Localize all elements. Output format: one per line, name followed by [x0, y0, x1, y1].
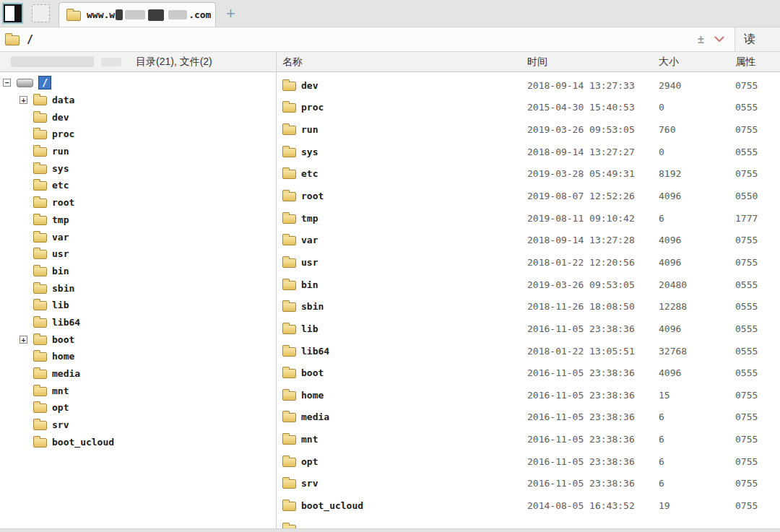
- folder-icon: [282, 302, 296, 312]
- file-row[interactable]: var 2018-09-14 13:27:28 4096 0755: [277, 229, 780, 251]
- file-row[interactable]: media 2016-11-05 23:38:36 6 0755: [277, 406, 780, 429]
- horizontal-scrollbar[interactable]: [0, 528, 780, 532]
- file-row[interactable]: lib64 2018-01-22 13:05:51 32768 0555: [277, 340, 780, 362]
- folder-icon: [282, 214, 296, 224]
- file-attr: 0755: [735, 390, 780, 401]
- folder-icon: [282, 103, 296, 113]
- column-header-time[interactable]: 时间: [527, 56, 659, 69]
- file-attr: 0555: [735, 301, 780, 312]
- file-name: dev: [301, 80, 318, 91]
- tree-item[interactable]: lib: [0, 297, 276, 314]
- file-row[interactable]: sys 2018-09-14 13:27:27 0 0555: [277, 141, 780, 163]
- tree-item[interactable]: run: [0, 143, 276, 160]
- file-name: tmp: [301, 213, 318, 224]
- current-path[interactable]: /: [27, 33, 33, 46]
- folder-icon: [33, 147, 47, 157]
- folder-icon: [33, 96, 47, 105]
- tree-item[interactable]: boot_ucloud: [0, 433, 276, 450]
- censored-text: [116, 9, 123, 20]
- chevron-down-icon[interactable]: [714, 36, 724, 43]
- file-name-cell: tmp: [277, 213, 527, 224]
- drive-icon: [17, 79, 33, 87]
- file-row[interactable]: home 2016-11-05 23:38:36 15 0755: [277, 384, 780, 406]
- tree-item[interactable]: + data: [0, 92, 276, 109]
- file-row[interactable]: bin 2019-03-26 09:53:05 20480 0555: [277, 274, 780, 296]
- tree-item[interactable]: srv: [0, 417, 276, 434]
- new-tab-button[interactable]: +: [226, 6, 235, 22]
- file-name-cell: [277, 523, 527, 528]
- tree-root-item[interactable]: − /: [0, 74, 276, 92]
- file-row[interactable]: boot_ucloud 2014-08-05 16:43:52 19 0755: [277, 494, 780, 517]
- folder-icon: [33, 113, 47, 123]
- expand-icon[interactable]: +: [20, 336, 27, 344]
- tree-item[interactable]: sys: [0, 160, 276, 177]
- file-row[interactable]: usr 2018-01-22 12:20:56 4096 0755: [277, 251, 780, 274]
- favorites-button[interactable]: ±: [698, 33, 704, 46]
- file-name-cell: media: [277, 411, 527, 422]
- tree-item[interactable]: usr: [0, 245, 276, 263]
- tree-item[interactable]: dev: [0, 108, 276, 126]
- tree-items: + data dev proc run sys etc root tmp: [0, 92, 276, 450]
- tree-item[interactable]: tmp: [0, 212, 276, 229]
- new-session-icon[interactable]: [32, 4, 50, 22]
- file-time: 2016-11-05 23:38:36: [527, 323, 659, 334]
- column-header-size[interactable]: 大小: [659, 56, 735, 69]
- tree-item-label: var: [52, 232, 69, 243]
- file-row[interactable]: proc 2015-04-30 15:40:53 0 0555: [277, 97, 780, 119]
- file-attr: 0755: [735, 257, 780, 268]
- tree-item[interactable]: root: [0, 194, 276, 212]
- tree-item[interactable]: + boot: [0, 331, 276, 348]
- file-row[interactable]: sbin 2018-11-26 18:08:50 12288 0555: [277, 295, 780, 318]
- tree-item-label: etc: [52, 180, 69, 191]
- tree-item-label: opt: [52, 402, 69, 413]
- tree-item[interactable]: mnt: [0, 382, 276, 399]
- tree-item[interactable]: var: [0, 228, 276, 245]
- folder-icon: [33, 233, 47, 243]
- file-size: 32768: [659, 346, 735, 357]
- file-name: media: [301, 411, 329, 422]
- folder-icon: [33, 216, 47, 225]
- tree-item[interactable]: lib64: [0, 314, 276, 331]
- collapse-icon[interactable]: −: [3, 79, 11, 87]
- column-header-name[interactable]: 名称: [277, 56, 527, 69]
- tree-item[interactable]: bin: [0, 263, 276, 280]
- file-time: 2016-11-05 23:38:36: [527, 434, 659, 445]
- file-row[interactable]: dev 2018-09-14 13:27:33 2940 0755: [277, 74, 780, 97]
- file-name: sbin: [301, 301, 324, 312]
- file-size: 0: [659, 102, 735, 113]
- folder-icon: [282, 281, 296, 290]
- file-row[interactable]: tmp 2019-08-11 09:10:42 6 1777: [277, 207, 780, 230]
- file-row[interactable]: opt 2016-11-05 23:38:36 6 0755: [277, 450, 780, 473]
- file-row[interactable]: [277, 517, 780, 528]
- tree-item[interactable]: sbin: [0, 279, 276, 297]
- file-list: dev 2018-09-14 13:27:33 2940 0755 proc 2…: [277, 72, 780, 528]
- expand-icon[interactable]: +: [20, 96, 27, 104]
- file-row[interactable]: lib 2016-11-05 23:38:36 4096 0555: [277, 318, 780, 340]
- tree-item[interactable]: etc: [0, 177, 276, 194]
- file-row[interactable]: etc 2019-03-28 05:49:31 8192 0755: [277, 163, 780, 186]
- file-attr: 1777: [735, 213, 780, 224]
- tree-item[interactable]: proc: [0, 126, 276, 143]
- file-row[interactable]: root 2019-08-07 12:52:26 4096 0550: [277, 185, 780, 207]
- file-name: proc: [301, 102, 324, 113]
- sidebar-toggle-icon[interactable]: [4, 4, 22, 22]
- app-window: www.w.com + / ± 读 目录(21), 文件(2) 名称 时间 大小…: [0, 0, 780, 532]
- file-row[interactable]: mnt 2016-11-05 23:38:36 6 0755: [277, 428, 780, 450]
- file-attr: 0555: [735, 323, 780, 334]
- tree-item[interactable]: opt: [0, 399, 276, 417]
- file-time: 2018-09-14 13:27:33: [527, 80, 659, 91]
- folder-icon: [282, 148, 296, 157]
- tree-item[interactable]: home: [0, 348, 276, 365]
- file-name: mnt: [301, 434, 318, 445]
- column-header-attr[interactable]: 属性: [735, 56, 780, 69]
- file-row[interactable]: boot 2016-11-05 23:38:36 4096 0555: [277, 362, 780, 384]
- connection-tab[interactable]: www.w.com: [58, 2, 216, 27]
- file-row[interactable]: srv 2016-11-05 23:38:36 6 0755: [277, 473, 780, 495]
- tree-item[interactable]: media: [0, 365, 276, 383]
- read-button[interactable]: 读: [735, 27, 780, 51]
- file-name: opt: [301, 456, 318, 467]
- file-time: 2019-03-28 05:49:31: [527, 168, 659, 179]
- censored-server-address: [11, 56, 94, 67]
- file-size: 0: [659, 147, 735, 157]
- file-row[interactable]: run 2019-03-26 09:53:05 760 0755: [277, 118, 780, 141]
